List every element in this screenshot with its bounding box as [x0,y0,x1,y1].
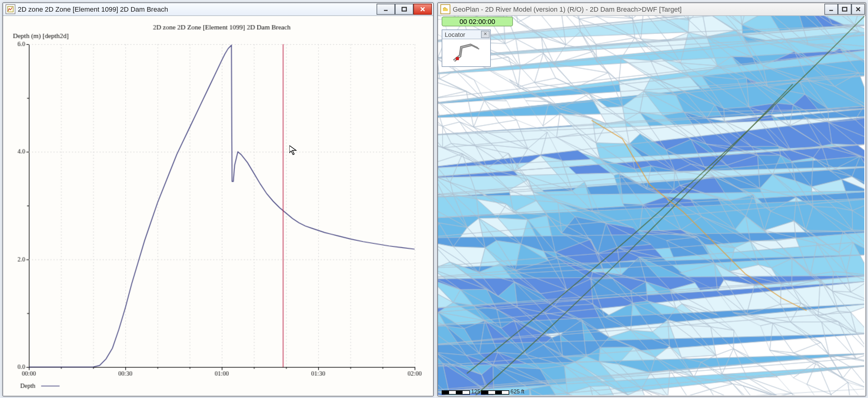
minimize-button[interactable] [825,4,838,15]
geoplan-window: GeoPlan - 2D River Model (version 1) (R/… [437,2,866,396]
time-badge: 00 02:00:00 [442,16,513,26]
svg-rect-9 [842,7,847,11]
minimize-button[interactable] [377,4,395,15]
locator-title: Locator [445,31,465,38]
locator-body [442,39,490,66]
svg-rect-0 [8,6,13,12]
svg-rect-12 [456,57,459,60]
chart-window: 2D zone 2D Zone [Element 1099] 2D Dam Br… [2,2,434,396]
chart-window-buttons [377,4,432,15]
scalebar-imperial-label: 625 ft [510,389,524,395]
geoplan-window-title: GeoPlan - 2D River Model (version 1) (R/… [453,5,682,13]
svg-rect-2 [402,7,406,11]
geoplan-titlebar[interactable]: GeoPlan - 2D River Model (version 1) (R/… [438,3,866,16]
maximize-button[interactable] [838,4,851,15]
scalebar-imperial: 625 ft [481,387,524,395]
chart-window-title: 2D zone 2D Zone [Element 1099] 2D Dam Br… [18,5,168,13]
geoplan-app-icon [440,4,450,14]
close-button[interactable] [413,4,432,15]
locator-titlebar[interactable]: Locator × [442,30,490,39]
chart-window-titlebar[interactable]: 2D zone 2D Zone [Element 1099] 2D Dam Br… [3,3,433,16]
scalebar-metric: 125 m [442,387,487,395]
maximize-button[interactable] [395,4,413,15]
locator-close-icon[interactable]: × [481,31,490,38]
chart-app-icon [5,4,16,14]
map-area[interactable]: 00 02:00:00 Locator × 125 m 625 ft [438,16,866,396]
geoplan-window-buttons [825,4,865,15]
chart-area[interactable] [3,16,433,396]
locator-panel[interactable]: Locator × [442,29,491,67]
close-button[interactable] [851,4,865,15]
svg-rect-7 [443,9,448,11]
